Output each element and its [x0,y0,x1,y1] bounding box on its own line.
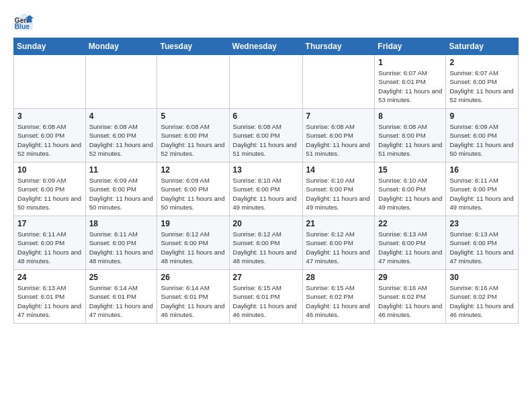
day-number: 14 [306,165,371,175]
day-info: Sunrise: 6:08 AMSunset: 6:00 PMDaylight:… [89,122,154,158]
calendar-cell: 23Sunrise: 6:13 AMSunset: 6:00 PMDayligh… [446,216,519,270]
calendar-cell: 7Sunrise: 6:08 AMSunset: 6:00 PMDaylight… [302,109,375,163]
calendar-week-row: 1Sunrise: 6:07 AMSunset: 6:01 PMDaylight… [14,55,519,109]
day-number: 5 [161,111,225,121]
weekday-header-monday: Monday [85,38,157,55]
day-number: 8 [378,111,442,121]
calendar-cell: 18Sunrise: 6:11 AMSunset: 6:00 PMDayligh… [85,216,157,270]
day-number: 9 [449,111,515,121]
day-number: 7 [306,111,371,121]
calendar-cell: 2Sunrise: 6:07 AMSunset: 6:00 PMDaylight… [446,55,519,109]
day-info: Sunrise: 6:10 AMSunset: 6:00 PMDaylight:… [306,176,371,212]
day-info: Sunrise: 6:07 AMSunset: 6:00 PMDaylight:… [449,68,515,104]
day-info: Sunrise: 6:09 AMSunset: 6:00 PMDaylight:… [161,176,225,212]
weekday-header-wednesday: Wednesday [229,38,302,55]
calendar-cell: 11Sunrise: 6:09 AMSunset: 6:00 PMDayligh… [85,163,157,216]
calendar-cell: 12Sunrise: 6:09 AMSunset: 6:00 PMDayligh… [157,163,229,216]
day-info: Sunrise: 6:14 AMSunset: 6:01 PMDaylight:… [161,283,225,319]
calendar-cell: 9Sunrise: 6:09 AMSunset: 6:00 PMDaylight… [446,109,519,163]
day-number: 10 [17,165,82,175]
day-info: Sunrise: 6:08 AMSunset: 6:00 PMDaylight:… [161,122,225,158]
day-number: 22 [378,219,442,228]
calendar-week-row: 17Sunrise: 6:11 AMSunset: 6:00 PMDayligh… [14,216,519,270]
day-number: 13 [233,165,299,175]
day-number: 28 [306,273,371,282]
day-number: 25 [89,273,154,282]
day-info: Sunrise: 6:14 AMSunset: 6:01 PMDaylight:… [89,283,154,319]
calendar-week-row: 10Sunrise: 6:09 AMSunset: 6:00 PMDayligh… [14,163,519,216]
day-number: 16 [449,165,515,175]
weekday-header-thursday: Thursday [302,38,375,55]
day-number: 20 [233,219,299,228]
day-info: Sunrise: 6:08 AMSunset: 6:00 PMDaylight:… [233,122,299,158]
calendar-cell: 28Sunrise: 6:15 AMSunset: 6:02 PMDayligh… [302,270,375,324]
day-info: Sunrise: 6:16 AMSunset: 6:02 PMDaylight:… [449,283,515,319]
day-number: 1 [378,58,442,67]
day-info: Sunrise: 6:08 AMSunset: 6:00 PMDaylight:… [378,122,442,158]
calendar-cell [14,55,86,109]
calendar-cell: 25Sunrise: 6:14 AMSunset: 6:01 PMDayligh… [85,270,157,324]
day-number: 6 [233,111,299,121]
day-info: Sunrise: 6:08 AMSunset: 6:00 PMDaylight:… [17,122,82,158]
day-number: 23 [449,219,515,228]
calendar-cell: 4Sunrise: 6:08 AMSunset: 6:00 PMDaylight… [85,109,157,163]
day-info: Sunrise: 6:09 AMSunset: 6:00 PMDaylight:… [89,176,154,212]
day-info: Sunrise: 6:13 AMSunset: 6:00 PMDaylight:… [449,230,515,265]
calendar-cell: 16Sunrise: 6:11 AMSunset: 6:00 PMDayligh… [446,163,519,216]
calendar-cell: 10Sunrise: 6:09 AMSunset: 6:00 PMDayligh… [14,163,86,216]
day-info: Sunrise: 6:15 AMSunset: 6:01 PMDaylight:… [233,283,299,319]
day-number: 26 [161,273,225,282]
calendar-cell: 20Sunrise: 6:12 AMSunset: 6:00 PMDayligh… [229,216,302,270]
calendar-cell: 29Sunrise: 6:16 AMSunset: 6:02 PMDayligh… [375,270,446,324]
header: Gen Blue [13,11,519,32]
day-number: 15 [378,165,442,175]
calendar-cell: 21Sunrise: 6:12 AMSunset: 6:00 PMDayligh… [302,216,375,270]
calendar-cell: 27Sunrise: 6:15 AMSunset: 6:01 PMDayligh… [229,270,302,324]
logo-icon: Gen Blue [13,11,35,32]
svg-text:Blue: Blue [15,23,30,30]
day-number: 27 [233,273,299,282]
weekday-header-saturday: Saturday [446,38,519,55]
calendar-cell [229,55,302,109]
day-info: Sunrise: 6:12 AMSunset: 6:00 PMDaylight:… [306,230,371,265]
day-number: 4 [89,111,154,121]
weekday-header-tuesday: Tuesday [157,38,229,55]
calendar-week-row: 24Sunrise: 6:13 AMSunset: 6:01 PMDayligh… [14,270,519,324]
day-number: 21 [306,219,371,228]
day-info: Sunrise: 6:16 AMSunset: 6:02 PMDaylight:… [378,283,442,319]
calendar-cell: 15Sunrise: 6:10 AMSunset: 6:00 PMDayligh… [375,163,446,216]
calendar-cell: 14Sunrise: 6:10 AMSunset: 6:00 PMDayligh… [302,163,375,216]
day-info: Sunrise: 6:11 AMSunset: 6:00 PMDaylight:… [17,230,82,265]
day-info: Sunrise: 6:08 AMSunset: 6:00 PMDaylight:… [306,122,371,158]
day-info: Sunrise: 6:12 AMSunset: 6:00 PMDaylight:… [233,230,299,265]
day-number: 3 [17,111,82,121]
calendar-cell: 26Sunrise: 6:14 AMSunset: 6:01 PMDayligh… [157,270,229,324]
calendar-cell: 5Sunrise: 6:08 AMSunset: 6:00 PMDaylight… [157,109,229,163]
day-info: Sunrise: 6:09 AMSunset: 6:00 PMDaylight:… [17,176,82,212]
day-number: 30 [449,273,515,282]
day-info: Sunrise: 6:10 AMSunset: 6:00 PMDaylight:… [378,176,442,212]
calendar-cell: 13Sunrise: 6:10 AMSunset: 6:00 PMDayligh… [229,163,302,216]
day-info: Sunrise: 6:13 AMSunset: 6:00 PMDaylight:… [378,230,442,265]
day-number: 12 [161,165,225,175]
day-info: Sunrise: 6:07 AMSunset: 6:01 PMDaylight:… [378,68,442,104]
day-info: Sunrise: 6:11 AMSunset: 6:00 PMDaylight:… [89,230,154,265]
calendar-table: SundayMondayTuesdayWednesdayThursdayFrid… [13,38,519,324]
day-number: 24 [17,273,82,282]
calendar-cell [157,55,229,109]
calendar-cell [85,55,157,109]
calendar-cell: 6Sunrise: 6:08 AMSunset: 6:00 PMDaylight… [229,109,302,163]
day-number: 17 [17,219,82,228]
calendar-cell: 22Sunrise: 6:13 AMSunset: 6:00 PMDayligh… [375,216,446,270]
day-number: 11 [89,165,154,175]
calendar-cell: 3Sunrise: 6:08 AMSunset: 6:00 PMDaylight… [14,109,86,163]
calendar-cell: 24Sunrise: 6:13 AMSunset: 6:01 PMDayligh… [14,270,86,324]
calendar-cell: 30Sunrise: 6:16 AMSunset: 6:02 PMDayligh… [446,270,519,324]
day-info: Sunrise: 6:12 AMSunset: 6:00 PMDaylight:… [161,230,225,265]
weekday-header-sunday: Sunday [14,38,86,55]
calendar-cell: 19Sunrise: 6:12 AMSunset: 6:00 PMDayligh… [157,216,229,270]
day-number: 19 [161,219,225,228]
weekday-header-friday: Friday [375,38,446,55]
day-info: Sunrise: 6:09 AMSunset: 6:00 PMDaylight:… [449,122,515,158]
calendar-week-row: 3Sunrise: 6:08 AMSunset: 6:00 PMDaylight… [14,109,519,163]
